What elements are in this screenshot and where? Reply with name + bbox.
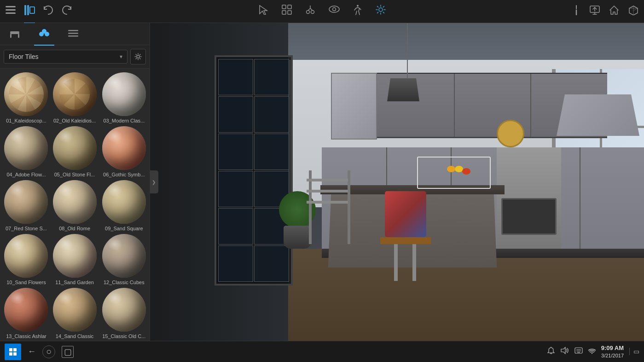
library-icon[interactable] bbox=[24, 5, 35, 18]
glass-pane bbox=[254, 96, 289, 133]
material-label-15: 15_Classic Old C... bbox=[100, 333, 147, 339]
svg-point-16 bbox=[329, 6, 339, 12]
cart-shelf bbox=[307, 179, 348, 181]
fridge bbox=[331, 73, 377, 140]
cabinet-divider bbox=[530, 74, 531, 137]
material-item-14[interactable]: 14_Sand Classic bbox=[52, 288, 98, 339]
material-item-9[interactable]: 09_Sand Square bbox=[100, 180, 147, 231]
material-sphere-2 bbox=[53, 72, 97, 116]
cart-leg-right bbox=[348, 170, 350, 244]
svg-marker-53 bbox=[561, 347, 565, 354]
category-dropdown-label: Floor Tiles bbox=[9, 53, 39, 60]
material-label-5: 05_Old Stone Fl... bbox=[52, 172, 98, 177]
task-view-button[interactable]: ▢ bbox=[62, 346, 74, 358]
panel-collapse-button[interactable]: ❯ bbox=[150, 170, 157, 193]
chair-seat bbox=[380, 237, 431, 244]
eye-view-icon[interactable] bbox=[329, 5, 340, 18]
kitchen-scene: ❯ bbox=[150, 23, 644, 341]
material-grid: 01_Kaleidoscop...02_Old Kaleidios...03_M… bbox=[0, 69, 150, 341]
volume-icon[interactable] bbox=[561, 347, 569, 356]
chevron-down-icon: ▾ bbox=[120, 53, 122, 60]
material-item-11[interactable]: 11_Sand Garden bbox=[52, 234, 98, 285]
svg-rect-50 bbox=[9, 352, 12, 356]
category-dropdown[interactable]: Floor Tiles ▾ bbox=[4, 50, 128, 64]
svg-point-18 bbox=[357, 5, 359, 7]
material-item-2[interactable]: 02_Old Kaleidios... bbox=[52, 72, 98, 123]
tab-materials[interactable] bbox=[34, 26, 54, 42]
material-item-3[interactable]: 03_Modern Clas... bbox=[100, 72, 147, 123]
tab-list[interactable] bbox=[64, 27, 83, 41]
material-item-5[interactable]: 05_Old Stone Fl... bbox=[52, 126, 98, 177]
home-render-icon[interactable] bbox=[609, 5, 619, 18]
svg-rect-49 bbox=[13, 348, 17, 351]
material-label-1: 01_Kaleidoscop... bbox=[4, 118, 49, 123]
svg-rect-0 bbox=[6, 6, 16, 7]
material-sphere-10 bbox=[4, 234, 48, 278]
left-panel-wrapper: Floor Tiles ▾ 01_Kaleidoscop...02_Old Ka… bbox=[0, 23, 150, 341]
svg-rect-8 bbox=[288, 5, 291, 9]
svg-line-26 bbox=[383, 6, 384, 7]
walk-mode-icon[interactable] bbox=[354, 5, 362, 18]
scissors-icon[interactable] bbox=[306, 5, 315, 18]
material-label-9: 09_Sand Square bbox=[100, 226, 147, 231]
material-label-6: 06_Gothic Symb... bbox=[100, 172, 147, 177]
group-icon[interactable] bbox=[282, 5, 292, 18]
select-arrow-icon[interactable] bbox=[259, 5, 268, 18]
glass-pane bbox=[254, 245, 289, 282]
back-button[interactable]: ← bbox=[28, 347, 36, 356]
info-icon[interactable] bbox=[572, 5, 580, 18]
material-item-6[interactable]: 06_Gothic Symb... bbox=[100, 126, 147, 177]
material-label-3: 03_Modern Clas... bbox=[100, 118, 147, 123]
material-sphere-4 bbox=[4, 126, 48, 170]
redo-icon[interactable] bbox=[62, 6, 72, 17]
svg-rect-40 bbox=[10, 31, 19, 33]
svg-rect-48 bbox=[9, 348, 12, 351]
undo-icon[interactable] bbox=[43, 6, 53, 17]
keyboard-icon[interactable] bbox=[574, 347, 583, 356]
panel-tabs bbox=[0, 23, 150, 45]
main-area: Floor Tiles ▾ 01_Kaleidoscop...02_Old Ka… bbox=[0, 23, 644, 341]
settings-button[interactable] bbox=[130, 49, 146, 64]
material-label-4: 04_Adobe Flow... bbox=[4, 172, 49, 177]
show-desktop-button[interactable]: ▭ bbox=[629, 348, 639, 355]
material-item-4[interactable]: 04_Adobe Flow... bbox=[4, 126, 49, 177]
cart-shelf bbox=[307, 201, 348, 204]
material-item-13[interactable]: 13_Classic Ashlar bbox=[4, 288, 49, 339]
search-button[interactable]: ○ bbox=[42, 345, 55, 358]
material-item-7[interactable]: 07_Red Stone S... bbox=[4, 180, 49, 231]
material-sphere-9 bbox=[102, 180, 146, 224]
svg-line-13 bbox=[308, 8, 310, 11]
material-sphere-7 bbox=[4, 180, 48, 224]
svg-point-47 bbox=[137, 55, 139, 58]
material-sphere-15 bbox=[102, 288, 146, 332]
svg-point-19 bbox=[379, 8, 383, 12]
material-sphere-13 bbox=[4, 288, 48, 332]
svg-rect-3 bbox=[24, 5, 26, 15]
cart-shelf bbox=[307, 190, 348, 193]
svg-rect-4 bbox=[27, 5, 29, 15]
material-item-1[interactable]: 01_Kaleidoscop... bbox=[4, 72, 49, 123]
viewport[interactable]: ❯ bbox=[150, 23, 644, 341]
network-icon[interactable] bbox=[588, 347, 596, 356]
material-item-8[interactable]: 08_Old Rome bbox=[52, 180, 98, 231]
date-display: 3/21/2017 bbox=[601, 352, 624, 359]
material-item-10[interactable]: 10_Sand Flowers bbox=[4, 234, 49, 285]
glass-pane bbox=[218, 134, 253, 170]
3d-box-icon[interactable] bbox=[628, 5, 638, 18]
material-item-12[interactable]: 12_Classic Cubes bbox=[100, 234, 147, 285]
material-label-12: 12_Classic Cubes bbox=[100, 280, 147, 285]
chair-leg-right bbox=[412, 244, 416, 281]
screen-export-icon[interactable] bbox=[590, 6, 600, 17]
tab-furniture[interactable] bbox=[5, 26, 25, 42]
left-panel: Floor Tiles ▾ 01_Kaleidoscop...02_Old Ka… bbox=[0, 23, 150, 341]
range-hood bbox=[557, 94, 639, 136]
taskbar-clock[interactable]: 9:09 AM 3/21/2017 bbox=[601, 344, 624, 360]
notification-icon[interactable] bbox=[547, 346, 555, 356]
pendant-cord bbox=[407, 23, 408, 78]
start-button[interactable] bbox=[5, 344, 21, 360]
sun-lighting-icon[interactable] bbox=[376, 5, 386, 18]
fruit-red bbox=[462, 168, 470, 175]
menu-icon[interactable] bbox=[6, 6, 16, 17]
material-sphere-5 bbox=[53, 126, 97, 170]
material-item-15[interactable]: 15_Classic Old C... bbox=[100, 288, 147, 339]
